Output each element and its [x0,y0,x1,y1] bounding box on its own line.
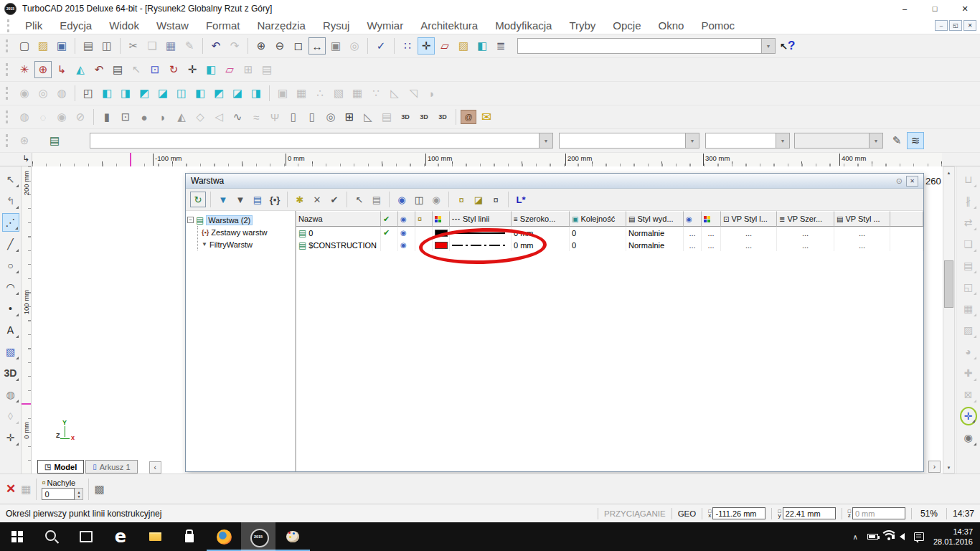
arc-tool-icon[interactable]: ◠ [2,278,19,296]
width-combo[interactable]: ▼ [705,133,790,149]
view-cube-front-icon[interactable]: ◧ [98,85,116,102]
wp-facet-icon[interactable]: ▱ [221,61,238,78]
layer-properties-icon[interactable]: ▤ [369,192,385,207]
column-visible[interactable]: ◉ [398,211,415,227]
tree-item-filtry-warstw[interactable]: ▼ FiltryWarstw [198,238,293,250]
tab-scroll-left-button[interactable]: ‹ [149,461,161,474]
field-lock-icon[interactable]: ¤ [42,478,45,488]
column-vp-visible[interactable]: ◉ [684,211,702,227]
edge-button[interactable]: e [103,522,138,551]
cylinder-icon[interactable]: ▯ [285,108,302,126]
paste-icon[interactable]: ▦ [162,37,179,55]
battery-icon[interactable] [867,534,878,540]
hemisphere-icon[interactable]: ◗ [154,108,171,126]
scroll-down-arrow[interactable]: ▼ [943,462,954,473]
maximize-button[interactable]: □ [920,0,950,17]
mdi-restore-button[interactable]: ◱ [949,20,962,31]
address-book-icon[interactable]: @ [461,110,476,124]
construction-line-tool-icon[interactable]: ⋰ [2,213,19,232]
spring-icon[interactable]: ∿ [229,108,246,126]
rename-layer-icon[interactable]: L* [513,192,529,207]
volume-icon[interactable] [900,533,905,540]
snap-mouse-icon[interactable]: ✛ [418,37,435,55]
invert-visibility-icon[interactable]: ◫ [411,192,427,207]
checkered-flag-icon[interactable]: ▩ [94,483,104,496]
scrollbar-track[interactable] [943,178,954,462]
workplane-small-icon[interactable]: ▱ [436,37,453,55]
cut-icon[interactable]: ✂ [125,37,142,55]
view-cube-right-icon[interactable]: ◪ [154,85,171,102]
spinner-buttons[interactable]: ▲▼ [75,488,83,500]
file-explorer-button[interactable] [138,522,172,551]
wp-by-view-icon[interactable]: ◧ [202,61,220,78]
zoom-out-icon[interactable]: ⊖ [271,37,288,55]
tab-model[interactable]: ◳Model [37,460,84,474]
wp-previous-icon[interactable]: ↶ [90,61,108,78]
task-view-button[interactable] [69,522,103,551]
view-cube-iso3-icon[interactable]: ◨ [248,85,265,102]
column-styl-wydruku[interactable]: ▤Styl wyd... [626,211,684,227]
ramp-icon[interactable]: ◺ [359,108,377,126]
x-coordinate-field[interactable]: -111.26 mm [712,507,765,519]
view-preset-combo[interactable]: ▼ [517,38,776,54]
column-styl-linii[interactable]: ---Styl linii [450,211,512,227]
cone-icon[interactable]: ◭ [173,108,190,126]
wifi-icon[interactable] [887,537,890,540]
dialog-title-bar[interactable]: Warstwa ⊙ ✕ [186,174,923,189]
tray-expand-icon[interactable]: ∧ [853,533,858,541]
set-active-layer-icon[interactable]: ✔ [326,192,342,207]
menu-architektura[interactable]: Architektura [413,17,486,34]
turbocad-taskbar-button[interactable]: 2015 [241,522,275,551]
view-cube-bottom-icon[interactable]: ◧ [192,85,209,102]
mdi-minimize-button[interactable]: – [935,20,948,31]
color-combo[interactable]: ▼ [559,133,699,149]
menu-format[interactable]: Format [198,17,248,34]
open-file-icon[interactable]: ▨ [34,37,52,55]
layer-sets-icon[interactable]: {▪} [267,192,283,207]
wp-by-axes-icon[interactable]: ↳ [53,61,70,78]
grid-dots-icon[interactable]: ∷ [399,37,416,55]
color-swatch[interactable] [435,230,448,237]
angle-input[interactable]: 0 [42,488,75,500]
line-tool-icon[interactable]: ╱ [2,235,19,253]
zoom-page-icon[interactable]: ▣ [327,37,344,55]
spell-check-icon[interactable]: ✓ [372,37,390,55]
plates-icon[interactable]: ≋ [907,132,924,149]
point-tool-icon[interactable]: • [2,299,19,318]
wp-by-entity-icon[interactable]: ⊕ [34,61,52,78]
sphere-solid-icon[interactable]: ● [136,108,153,126]
cylinder2-icon[interactable]: ▯ [303,108,321,126]
refresh-layers-icon[interactable]: ↻ [190,192,206,207]
invert-lock-icon[interactable]: ◪ [471,192,486,207]
view-cube-top-icon[interactable]: ◫ [173,85,190,102]
column-szerokosc[interactable]: ≡Szeroko... [512,211,570,227]
converge-icon[interactable]: ✛ [960,407,977,425]
view-cube-back-icon[interactable]: ◨ [117,85,134,102]
chevron-down-icon[interactable]: ▼ [761,39,775,53]
column-vp-color[interactable] [702,211,721,227]
image-tool-icon[interactable]: ▧ [2,342,19,361]
insert-part-icon[interactable]: ◧ [473,37,491,55]
cube-node-icon[interactable]: ⊡ [117,108,134,126]
close-button[interactable]: ✕ [950,0,980,17]
filter-wizard-icon[interactable]: ▼ [215,192,231,207]
undo-icon[interactable]: ↶ [207,37,225,55]
menu-pomoc[interactable]: Pomoc [693,17,743,34]
store-button[interactable] [172,522,207,551]
action-center-icon[interactable] [914,532,924,541]
pen-style-icon[interactable]: ✎ [888,132,905,149]
pin-icon[interactable]: ⊙ [896,176,903,186]
taskbar-clock[interactable]: 14:37 28.01.2016 [933,527,973,547]
node-edit-tool-icon[interactable]: ↰ [2,192,19,210]
column-active[interactable]: ✔ [381,211,398,227]
firefox-button[interactable] [207,522,241,551]
menu-widok[interactable]: Widok [101,17,147,34]
text-tool-icon[interactable]: A [2,321,19,339]
minimize-button[interactable]: – [890,0,920,17]
layers-flyout-icon[interactable]: ≣ [492,37,509,55]
zoom-window-icon[interactable]: ◻ [290,37,307,55]
circle-tool-icon[interactable]: ○ [2,256,19,275]
color-swatch[interactable] [435,242,448,249]
menu-edycja[interactable]: Edycja [52,17,100,34]
symbols-folder-icon[interactable]: ▨ [455,37,472,55]
